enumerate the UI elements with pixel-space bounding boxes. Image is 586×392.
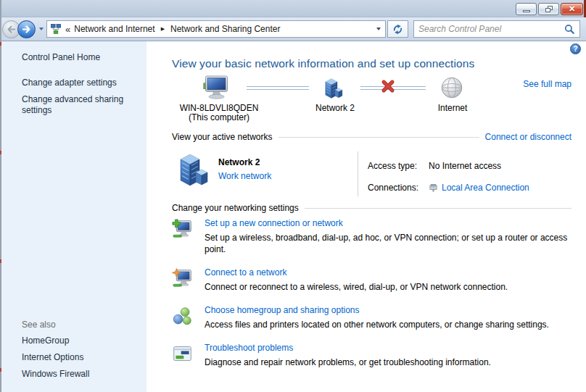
window-controls: ✕ — [516, 3, 583, 15]
connect-network-icon — [172, 267, 194, 293]
close-icon: ✕ — [569, 4, 575, 14]
map-connection-line — [247, 86, 309, 90]
see-also-section: See also HomeGroup Internet Options Wind… — [22, 320, 89, 385]
minimize-button[interactable] — [516, 3, 537, 15]
buildings-icon — [323, 77, 344, 99]
globe-icon — [440, 76, 463, 99]
ethernet-plug-icon — [429, 183, 438, 193]
search-input[interactable] — [418, 24, 564, 34]
troubleshoot-problems-description: Diagnose and repair network problems, or… — [205, 356, 491, 368]
forward-button[interactable] — [17, 20, 36, 38]
setup-new-connection-link[interactable]: Set up a new connection or network — [205, 218, 571, 228]
active-networks-label: View your active networks — [172, 132, 273, 142]
title-bar[interactable]: ✕ — [0, 0, 586, 17]
connect-to-network-item[interactable]: Connect to a network Connect or reconnec… — [172, 267, 571, 293]
homegroup-sharing-description: Access files and printers located on oth… — [205, 319, 549, 330]
map-internet-label: Internet — [413, 104, 492, 113]
buildings-icon-large — [176, 151, 211, 186]
active-network-name: Network 2 — [218, 157, 271, 167]
back-arrow-icon — [6, 24, 17, 35]
troubleshoot-icon — [172, 343, 194, 368]
breadcrumb-separator-icon[interactable]: ▶ — [159, 26, 167, 32]
breadcrumb-network-and-sharing-center[interactable]: Network and Sharing Center — [170, 24, 280, 34]
network-location-icon — [50, 23, 62, 35]
see-also-label: See also — [22, 320, 89, 330]
sidebar-item-control-panel-home[interactable]: Control Panel Home — [22, 52, 146, 62]
search-box — [413, 20, 580, 38]
sidebar-item-internet-options[interactable]: Internet Options — [22, 352, 89, 363]
sidebar-item-change-advanced-sharing-settings[interactable]: Change advanced sharing settings — [22, 94, 136, 116]
networking-settings-label: Change your networking settings — [172, 203, 299, 213]
active-network-panel: Network 2 Work network Access type: No I… — [172, 151, 571, 196]
computer-icon — [202, 75, 231, 100]
see-full-map-link[interactable]: See full map — [523, 79, 571, 89]
help-icon[interactable]: ? — [570, 43, 581, 54]
forward-arrow-icon — [21, 24, 32, 35]
map-internet-node[interactable] — [440, 76, 463, 101]
local-area-connection-link[interactable]: Local Area Connection — [442, 183, 529, 193]
restore-button[interactable] — [538, 3, 559, 15]
computer-caption: (This computer) — [172, 113, 266, 122]
control-panel-sidebar: Control Panel Home Change adapter settin… — [0, 41, 146, 392]
address-bar[interactable]: « Network and Internet ▶ Network and Sha… — [46, 20, 386, 38]
main-content: ? View your basic network information an… — [146, 41, 586, 392]
sidebar-item-change-adapter-settings[interactable]: Change adapter settings — [22, 78, 136, 88]
divider — [278, 137, 479, 138]
map-computer-node[interactable] — [202, 75, 231, 102]
active-network-details: Access type: No Internet access Connecti… — [358, 151, 529, 196]
window-body: Control Panel Home Change adapter settin… — [0, 41, 586, 392]
address-dropdown-icon[interactable] — [376, 28, 381, 30]
map-network-label: Network 2 — [295, 104, 375, 113]
network-map: See full map WIN-8LDVLI8QDEN (This compu… — [172, 73, 571, 125]
map-network-node[interactable] — [323, 77, 344, 101]
access-type-value: No Internet access — [429, 161, 529, 171]
new-connection-icon — [172, 218, 194, 255]
history-dropdown-icon[interactable] — [39, 28, 44, 30]
active-networks-header: View your active networks Connect or dis… — [172, 132, 571, 142]
restore-icon — [545, 6, 553, 12]
map-computer-label: WIN-8LDVLI8QDEN (This computer) — [172, 104, 266, 122]
setup-new-connection-description: Set up a wireless, broadband, dial-up, a… — [205, 232, 571, 255]
close-button[interactable]: ✕ — [561, 3, 583, 15]
access-type-label: Access type: — [368, 161, 429, 171]
divider — [305, 208, 571, 209]
troubleshoot-problems-link[interactable]: Troubleshoot problems — [205, 343, 491, 353]
troubleshoot-problems-item[interactable]: Troubleshoot problems Diagnose and repai… — [172, 343, 571, 368]
page-title: View your basic network information and … — [172, 41, 571, 70]
active-network-identity: Network 2 Work network — [172, 151, 358, 196]
breadcrumb-overflow-icon[interactable]: « — [65, 24, 70, 35]
homegroup-sharing-link[interactable]: Choose homegroup and sharing options — [205, 305, 549, 315]
connections-label: Connections: — [368, 183, 429, 193]
homegroup-sharing-item[interactable]: Choose homegroup and sharing options Acc… — [172, 305, 571, 330]
sidebar-item-homegroup[interactable]: HomeGroup — [22, 335, 89, 346]
sidebar-item-windows-firewall[interactable]: Windows Firewall — [22, 369, 89, 380]
network-sharing-center-window: ✕ « Network and Internet ▶ Network and S… — [0, 0, 586, 392]
refresh-button[interactable] — [387, 20, 408, 38]
connect-or-disconnect-link[interactable]: Connect or disconnect — [485, 132, 571, 142]
breadcrumb-network-and-internet[interactable]: Network and Internet — [74, 24, 154, 34]
work-network-link[interactable]: Work network — [218, 171, 271, 181]
connect-to-network-link[interactable]: Connect to a network — [205, 267, 508, 278]
refresh-icon — [392, 24, 403, 35]
setup-new-connection-item[interactable]: Set up a new connection or network Set u… — [172, 218, 571, 255]
homegroup-icon — [172, 305, 194, 330]
window-left-border — [0, 0, 1, 392]
networking-settings-list: Set up a new connection or network Set u… — [172, 218, 571, 368]
minimize-icon — [523, 10, 530, 12]
connect-to-network-description: Connect or reconnect to a wireless, wire… — [205, 281, 508, 293]
broken-connection-x-icon[interactable] — [381, 79, 395, 96]
networking-settings-header: Change your networking settings — [172, 203, 571, 213]
navigation-bar: « Network and Internet ▶ Network and Sha… — [0, 17, 586, 41]
search-icon[interactable] — [564, 24, 575, 35]
